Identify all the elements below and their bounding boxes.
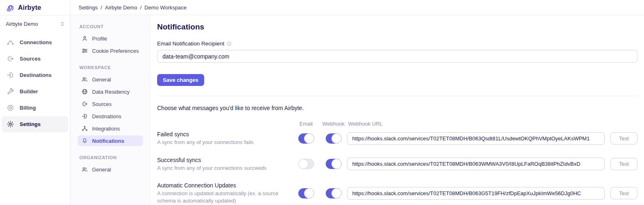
row-title: Failed syncs [157, 131, 284, 137]
table-row-failed-syncs: Failed syncs A sync from any of your con… [157, 131, 637, 146]
breadcrumb-settings[interactable]: Settings [79, 5, 98, 11]
test-webhook-button[interactable]: Test [610, 158, 637, 170]
webhook-toggle[interactable] [326, 188, 342, 198]
email-column-header: Email [292, 121, 320, 127]
sidebar-item-settings[interactable]: Settings [2, 116, 68, 132]
airbyte-logo-icon [6, 3, 15, 12]
row-title: Automatic Connection Updates [157, 182, 284, 189]
settings-icon [7, 120, 14, 128]
sidebar-item-label: Builder [20, 88, 38, 95]
email-toggle[interactable] [298, 159, 314, 169]
webhook-toggle[interactable] [326, 133, 342, 144]
sidebar-item-label: Billing [20, 105, 36, 111]
test-webhook-button[interactable]: Test [610, 187, 637, 199]
settings-nav-item-org-general[interactable]: General [78, 164, 143, 175]
section-title: ACCOUNT [79, 24, 143, 29]
email-recipient-label: Email Notification Recipient [157, 41, 224, 47]
page-title: Notifications [157, 23, 637, 32]
table-header-row: Email Webhook Webhook URL [157, 121, 637, 127]
sidebar-item-label: Connections [20, 39, 52, 45]
settings-nav-item-cookie-preferences[interactable]: Cookie Preferences [78, 45, 143, 56]
settings-nav-label: Destinations [92, 113, 122, 119]
section-title: ORGANIZATION [79, 155, 143, 160]
webhook-url-column-header: Webhook URL [347, 121, 610, 127]
sidebar-nav: Connections Sources Destinations [0, 34, 70, 133]
toggle-knob [304, 133, 314, 144]
sources-icon [7, 55, 14, 63]
webhook-column-header: Webhook [320, 121, 347, 127]
network-icon [81, 125, 88, 132]
brand-logo[interactable]: Airbyte [0, 0, 70, 16]
users-icon [81, 76, 88, 83]
sidebar-item-label: Sources [20, 56, 41, 62]
settings-nav-item-sources[interactable]: Sources [78, 99, 143, 109]
globe-icon [81, 88, 88, 95]
settings-nav-label: Data Residency [92, 89, 130, 95]
sources-icon [81, 101, 88, 107]
brand-name: Airbyte [18, 4, 41, 11]
settings-nav-section-workspace: WORKSPACE General [79, 65, 143, 146]
bell-icon [81, 137, 88, 144]
notifications-table: Email Webhook Webhook URL Failed syncs A… [157, 121, 637, 205]
sidebar-item-connections[interactable]: Connections [2, 34, 68, 50]
info-icon[interactable] [227, 41, 232, 46]
webhook-url-input[interactable] [347, 158, 605, 170]
builder-icon [7, 88, 14, 95]
row-subtitle: A sync from any of your connections succ… [157, 164, 284, 172]
table-row-automatic-connection-updates: Automatic Connection Updates A connectio… [157, 182, 637, 204]
settings-nav-label: Sources [92, 101, 112, 107]
users-icon [81, 166, 88, 173]
sidebar-item-label: Destinations [20, 72, 52, 78]
settings-nav-label: Notifications [92, 138, 124, 144]
top-bar: Settings / Airbyte Demo / Demo Workspace [70, 0, 644, 15]
settings-nav-label: Integrations [92, 126, 120, 132]
test-webhook-button[interactable]: Test [610, 132, 637, 144]
section-title: WORKSPACE [79, 65, 143, 70]
settings-nav-item-destinations[interactable]: Destinations [78, 111, 143, 122]
sliders-icon [81, 47, 88, 54]
chevron-up-down-icon [60, 21, 65, 27]
settings-nav-item-data-residency[interactable]: Data Residency [78, 86, 143, 97]
settings-nav: ACCOUNT Profile [70, 15, 151, 205]
user-icon [81, 35, 88, 42]
workspace-selector[interactable]: Airbyte Demo [0, 17, 70, 30]
save-changes-button[interactable]: Save changes [157, 74, 204, 86]
row-subtitle: A connection is updated automatically (e… [157, 190, 284, 204]
settings-nav-label: Cookie Preferences [92, 48, 139, 54]
destinations-icon [81, 113, 88, 119]
settings-nav-item-profile[interactable]: Profile [78, 33, 143, 44]
main-sidebar: Airbyte Airbyte Demo Connections [0, 0, 70, 205]
webhook-url-input[interactable] [347, 187, 605, 200]
settings-nav-section-account: ACCOUNT Profile [79, 24, 143, 56]
toggle-knob [331, 133, 342, 144]
sidebar-item-sources[interactable]: Sources [2, 51, 68, 67]
email-toggle[interactable] [298, 188, 314, 198]
settings-nav-label: General [92, 77, 111, 83]
notifications-description: Choose what messages you'd like to recei… [157, 105, 637, 111]
email-recipient-input[interactable] [157, 50, 637, 63]
webhook-toggle[interactable] [326, 159, 342, 169]
sidebar-item-destinations[interactable]: Destinations [2, 67, 68, 83]
row-subtitle: A sync from any of your connections fail… [157, 139, 284, 146]
toggle-knob [298, 159, 308, 169]
destinations-icon [7, 71, 14, 79]
billing-icon [7, 104, 14, 112]
webhook-url-input[interactable] [347, 132, 605, 145]
settings-nav-item-integrations[interactable]: Integrations [78, 123, 143, 134]
toggle-knob [331, 188, 342, 198]
settings-nav-item-general[interactable]: General [78, 74, 143, 85]
section-divider [157, 96, 637, 96]
table-row-successful-syncs: Successful syncs A sync from any of your… [157, 157, 637, 172]
sidebar-item-builder[interactable]: Builder [2, 83, 68, 99]
settings-nav-label: General [92, 167, 111, 173]
settings-nav-item-notifications[interactable]: Notifications [78, 135, 143, 146]
sidebar-item-billing[interactable]: Billing [2, 100, 68, 116]
toggle-knob [331, 159, 342, 169]
email-toggle[interactable] [298, 133, 314, 144]
breadcrumb-page[interactable]: Demo Workspace [144, 5, 187, 11]
connections-icon [7, 38, 14, 46]
toggle-knob [304, 188, 314, 198]
breadcrumb-workspace[interactable]: Airbyte Demo [105, 5, 137, 11]
settings-nav-section-organization: ORGANIZATION General [79, 155, 143, 175]
app-window: Airbyte Airbyte Demo Connections [0, 0, 644, 205]
